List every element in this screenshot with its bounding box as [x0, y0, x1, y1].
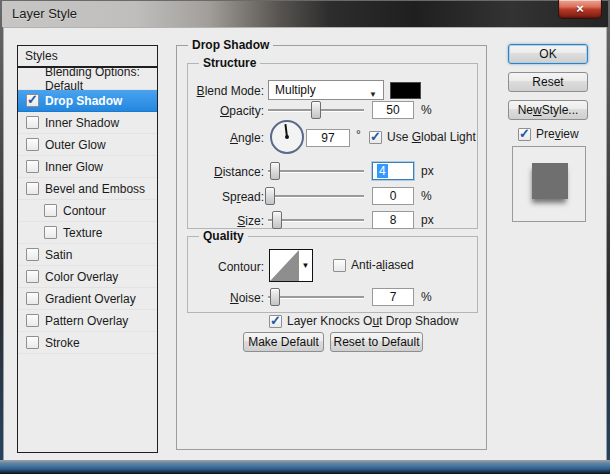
style-checkbox[interactable] — [26, 94, 39, 107]
reset-to-default-button[interactable]: Reset to Default — [330, 332, 423, 352]
angle-value[interactable]: 97 — [306, 129, 350, 147]
sidebar-item-label: Color Overlay — [45, 270, 118, 284]
size-slider-thumb[interactable] — [272, 211, 282, 229]
sidebar-item-gradient-overlay[interactable]: Gradient Overlay — [18, 288, 157, 310]
use-global-light-label: Use Global Light — [387, 130, 476, 144]
opacity-slider-thumb[interactable] — [311, 101, 321, 119]
panel-title: Drop Shadow — [188, 38, 273, 52]
sidebar-item-label: Gradient Overlay — [45, 292, 136, 306]
sidebar-item-inner-glow[interactable]: Inner Glow — [18, 156, 157, 178]
style-checkbox[interactable] — [26, 270, 39, 283]
sidebar-item-satin[interactable]: Satin — [18, 244, 157, 266]
angle-unit: ° — [356, 128, 361, 142]
sidebar-item-drop-shadow[interactable]: Drop Shadow — [18, 90, 157, 112]
distance-slider[interactable] — [268, 162, 364, 180]
sidebar-item-label: Texture — [63, 226, 102, 240]
angle-label: Angle: — [188, 131, 264, 145]
size-label: Size: — [188, 214, 264, 228]
sidebar-item-label: Stroke — [45, 336, 80, 350]
use-global-light-checkbox[interactable] — [369, 131, 382, 144]
sidebar-item-inner-shadow[interactable]: Inner Shadow — [18, 112, 157, 134]
blend-mode-dropdown[interactable]: Multiply ▼ — [268, 80, 384, 100]
opacity-unit: % — [421, 103, 432, 117]
drop-shadow-panel: Drop Shadow Structure Blend Mode: Multip… — [176, 45, 487, 450]
noise-label: Noise: — [188, 291, 264, 305]
noise-unit: % — [421, 290, 432, 304]
preview-checkbox[interactable] — [518, 128, 531, 141]
style-checkbox[interactable] — [26, 182, 39, 195]
style-checkbox[interactable] — [26, 138, 39, 151]
preview-label: Preview — [536, 127, 579, 141]
spread-slider-thumb[interactable] — [265, 187, 275, 205]
preview-square-with-shadow — [532, 163, 568, 199]
style-checkbox[interactable] — [26, 292, 39, 305]
style-preview-thumbnail — [512, 146, 586, 222]
sidebar-item-label: Pattern Overlay — [45, 314, 128, 328]
style-checkbox[interactable] — [26, 336, 39, 349]
sidebar-item-label: Bevel and Emboss — [45, 182, 145, 196]
knockout-checkbox[interactable] — [269, 315, 282, 328]
noise-slider[interactable] — [268, 288, 364, 306]
sidebar-item-label: Satin — [45, 248, 72, 262]
noise-value[interactable]: 7 — [372, 288, 414, 306]
sidebar-item-stroke[interactable]: Stroke — [18, 332, 157, 354]
style-checkbox[interactable] — [26, 314, 39, 327]
reset-button[interactable]: Reset — [508, 72, 588, 92]
sidebar-item-label: Outer Glow — [45, 138, 106, 152]
contour-label: Contour: — [188, 260, 264, 274]
anti-aliased-label: Anti-aliased — [351, 258, 414, 272]
contour-picker[interactable]: ▼ — [269, 249, 313, 282]
ok-button[interactable]: OK — [508, 44, 588, 64]
anti-aliased-checkbox[interactable] — [333, 259, 346, 272]
close-button[interactable]: × — [558, 0, 602, 19]
sidebar-item-pattern-overlay[interactable]: Pattern Overlay — [18, 310, 157, 332]
sidebar-item-label: Drop Shadow — [45, 94, 122, 108]
knockout-row[interactable]: Layer Knocks Out Drop Shadow — [269, 314, 458, 328]
style-checkbox[interactable] — [26, 160, 39, 173]
sidebar-item-blending-options-default[interactable]: Blending Options: Default — [18, 68, 157, 90]
shadow-color-swatch[interactable] — [390, 82, 421, 99]
contour-dropdown-arrow-icon[interactable]: ▼ — [299, 250, 312, 281]
spread-value[interactable]: 0 — [372, 187, 414, 205]
style-checkbox[interactable] — [44, 226, 57, 239]
sidebar-item-contour[interactable]: Contour — [18, 200, 157, 222]
distance-value-selected-text: 4 — [377, 164, 388, 178]
spread-unit: % — [421, 189, 432, 203]
opacity-value[interactable]: 50 — [372, 101, 414, 119]
distance-value[interactable]: 4 — [372, 162, 414, 180]
window-bottom-frame — [0, 460, 610, 474]
noise-slider-thumb[interactable] — [270, 288, 280, 306]
quality-title: Quality — [199, 229, 248, 243]
use-global-light-row[interactable]: Use Global Light — [369, 130, 476, 144]
style-checkbox[interactable] — [26, 248, 39, 261]
window-title: Layer Style — [12, 6, 77, 21]
contour-thumbnail — [270, 250, 299, 281]
make-default-button[interactable]: Make Default — [243, 332, 324, 352]
size-slider[interactable] — [268, 211, 364, 229]
layer-style-dialog: Layer Style × Styles Blending Options: D… — [0, 0, 610, 474]
sidebar-item-label: Inner Shadow — [45, 116, 119, 130]
style-checkbox[interactable] — [44, 204, 57, 217]
distance-slider-thumb[interactable] — [270, 162, 280, 180]
preview-row[interactable]: Preview — [518, 127, 579, 141]
angle-dial[interactable] — [270, 120, 304, 154]
sidebar-item-label: Contour — [63, 204, 106, 218]
spread-slider[interactable] — [268, 187, 364, 205]
new-style-button[interactable]: New Style... — [508, 100, 588, 120]
sidebar-item-label: Inner Glow — [45, 160, 103, 174]
size-value[interactable]: 8 — [372, 211, 414, 229]
quality-group: Quality Contour: ▼ Anti-aliased Noise: 7 — [187, 236, 478, 313]
title-bar[interactable]: Layer Style — [2, 1, 608, 27]
sidebar-item-bevel-and-emboss[interactable]: Bevel and Emboss — [18, 178, 157, 200]
distance-label: Distance: — [188, 165, 264, 179]
anti-aliased-row[interactable]: Anti-aliased — [333, 258, 414, 272]
dialog-content: Styles Blending Options: Default Drop Sh… — [4, 28, 606, 460]
blend-mode-value: Multiply — [275, 83, 316, 97]
style-checkbox[interactable] — [26, 116, 39, 129]
sidebar-item-texture[interactable]: Texture — [18, 222, 157, 244]
opacity-slider[interactable] — [268, 101, 364, 119]
sidebar-item-label: Blending Options: Default — [45, 67, 157, 93]
styles-list: Blending Options: Default Drop Shadow In… — [17, 67, 158, 453]
sidebar-item-color-overlay[interactable]: Color Overlay — [18, 266, 157, 288]
sidebar-item-outer-glow[interactable]: Outer Glow — [18, 134, 157, 156]
